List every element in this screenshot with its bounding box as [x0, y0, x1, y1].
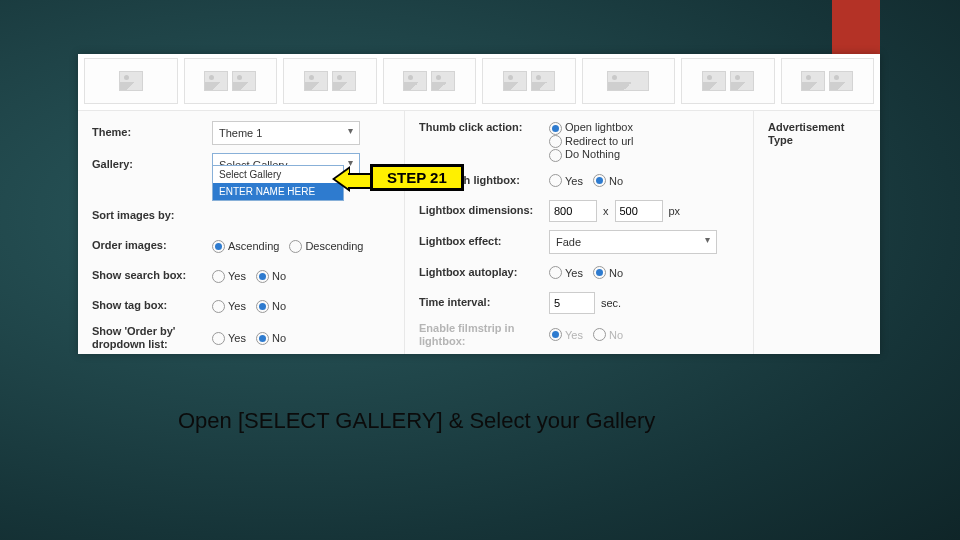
- time-interval-label: Time interval:: [419, 296, 549, 309]
- lightbox-effect-select[interactable]: Fade: [549, 230, 717, 254]
- lightbox-effect-label: Lightbox effect:: [419, 235, 549, 248]
- fullwidth-yes-radio[interactable]: [549, 174, 562, 187]
- tag-no-radio[interactable]: [256, 300, 269, 313]
- show-tag-label: Show tag box:: [92, 299, 212, 312]
- settings-column-ads: Advertisement Type: [754, 111, 880, 354]
- arrow-left-icon: [332, 166, 370, 192]
- show-orderby-label: Show 'Order by' dropdown list:: [92, 325, 212, 351]
- layout-thumbnail-row: [78, 54, 880, 110]
- layout-option[interactable]: [184, 58, 278, 104]
- slide-accent-bar: [832, 0, 880, 58]
- order-images-label: Order images:: [92, 239, 212, 252]
- thumb-redirect-radio[interactable]: [549, 135, 562, 148]
- filmstrip-no-radio[interactable]: [593, 328, 606, 341]
- layout-option[interactable]: [283, 58, 377, 104]
- gallery-option-placeholder[interactable]: Select Gallery: [213, 166, 343, 183]
- gallery-label: Gallery:: [92, 158, 212, 171]
- theme-label: Theme:: [92, 126, 212, 139]
- slide-caption: Open [SELECT GALLERY] & Select your Gall…: [178, 408, 655, 434]
- show-search-label: Show search box:: [92, 269, 212, 282]
- search-yes-radio[interactable]: [212, 270, 225, 283]
- theme-select[interactable]: Theme 1: [212, 121, 360, 145]
- settings-column-lightbox: Thumb click action: Open lightbox Redire…: [405, 111, 754, 354]
- thumb-open-radio[interactable]: [549, 122, 562, 135]
- gallery-select-dropdown: Select Gallery ENTER NAME HERE: [212, 165, 344, 201]
- gallery-option-entered-name[interactable]: ENTER NAME HERE: [213, 183, 343, 200]
- settings-panel-screenshot: Theme: Theme 1 Gallery: Select Gallery S…: [78, 54, 880, 354]
- layout-option[interactable]: [781, 58, 875, 104]
- layout-option[interactable]: [482, 58, 576, 104]
- order-desc-radio[interactable]: [289, 240, 302, 253]
- layout-option[interactable]: [582, 58, 676, 104]
- advertisement-type-label: Advertisement Type: [768, 121, 868, 147]
- layout-option[interactable]: [681, 58, 775, 104]
- layout-option[interactable]: [383, 58, 477, 104]
- autoplay-yes-radio[interactable]: [549, 266, 562, 279]
- enable-filmstrip-label: Enable filmstrip in lightbox:: [419, 322, 549, 348]
- time-interval-input[interactable]: [549, 292, 595, 314]
- fullwidth-no-radio[interactable]: [593, 174, 606, 187]
- autoplay-no-radio[interactable]: [593, 266, 606, 279]
- tag-yes-radio[interactable]: [212, 300, 225, 313]
- sort-images-label: Sort images by:: [92, 209, 212, 222]
- step-label: STEP 21: [370, 164, 464, 191]
- settings-column-general: Theme: Theme 1 Gallery: Select Gallery S…: [78, 111, 405, 354]
- step-callout: STEP 21: [370, 164, 464, 191]
- layout-option[interactable]: [84, 58, 178, 104]
- filmstrip-yes-radio[interactable]: [549, 328, 562, 341]
- orderby-no-radio[interactable]: [256, 332, 269, 345]
- order-asc-radio[interactable]: [212, 240, 225, 253]
- lightbox-dimensions-label: Lightbox dimensions:: [419, 204, 549, 217]
- lightbox-autoplay-label: Lightbox autoplay:: [419, 266, 549, 279]
- thumb-nothing-radio[interactable]: [549, 149, 562, 162]
- search-no-radio[interactable]: [256, 270, 269, 283]
- orderby-yes-radio[interactable]: [212, 332, 225, 345]
- lightbox-width-input[interactable]: [549, 200, 597, 222]
- lightbox-height-input[interactable]: [615, 200, 663, 222]
- thumb-click-label: Thumb click action:: [419, 121, 549, 134]
